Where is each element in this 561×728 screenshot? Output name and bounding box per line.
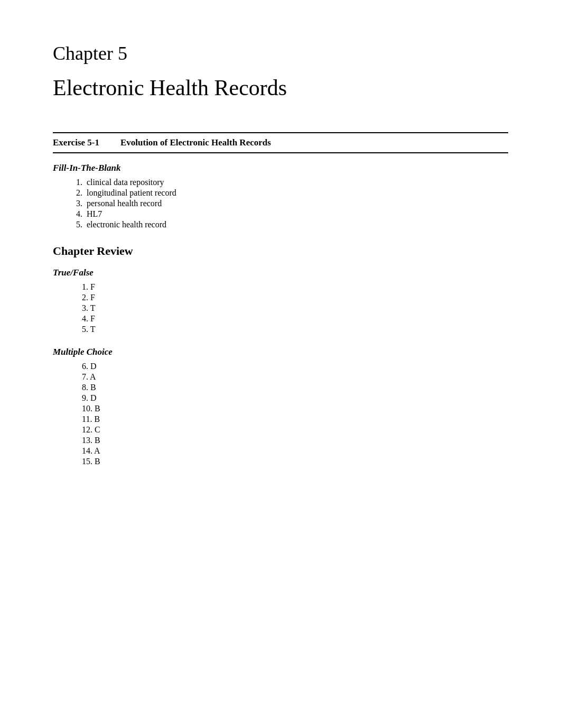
fill-in-item: longitudinal patient record <box>85 188 508 198</box>
multiple-choice-item: 9. D <box>82 393 508 403</box>
multiple-choice-item: 10. B <box>82 404 508 413</box>
true-false-item: 4. F <box>82 314 508 324</box>
multiple-choice-item: 6. D <box>82 362 508 371</box>
multiple-choice-section: Multiple Choice 6. D7. A8. B9. D10. B11.… <box>53 347 508 466</box>
fill-in-list: clinical data repositorylongitudinal pat… <box>53 178 508 229</box>
exercise-header: Exercise 5-1 Evolution of Electronic Hea… <box>53 132 508 153</box>
true-false-heading: True/False <box>53 268 508 278</box>
multiple-choice-list: 6. D7. A8. B9. D10. B11. B12. C13. B14. … <box>53 362 508 466</box>
true-false-item: 2. F <box>82 293 508 302</box>
chapter-review-title: Chapter Review <box>53 244 508 258</box>
multiple-choice-item: 7. A <box>82 372 508 382</box>
fill-in-item: personal health record <box>85 199 508 208</box>
multiple-choice-item: 11. B <box>82 414 508 424</box>
true-false-item: 1. F <box>82 282 508 292</box>
multiple-choice-item: 12. C <box>82 425 508 435</box>
multiple-choice-item: 14. A <box>82 446 508 456</box>
true-false-item: 5. T <box>82 325 508 334</box>
multiple-choice-item: 13. B <box>82 436 508 445</box>
multiple-choice-item: 8. B <box>82 383 508 392</box>
exercise-title: Evolution of Electronic Health Records <box>120 137 271 148</box>
chapter-title: Electronic Health Records <box>53 75 508 100</box>
multiple-choice-item: 15. B <box>82 457 508 466</box>
chapter-review-section: Chapter Review True/False 1. F2. F3. T4.… <box>53 244 508 466</box>
true-false-item: 3. T <box>82 303 508 313</box>
fill-in-item: clinical data repository <box>85 178 508 187</box>
fill-in-item: HL7 <box>85 209 508 219</box>
chapter-label: Chapter 5 <box>53 42 508 64</box>
fill-in-heading: Fill-In-The-Blank <box>53 163 508 173</box>
fill-in-item: electronic health record <box>85 220 508 229</box>
true-false-list: 1. F2. F3. T4. F5. T <box>53 282 508 334</box>
true-false-section: True/False 1. F2. F3. T4. F5. T <box>53 268 508 334</box>
exercise-number: Exercise 5-1 <box>53 137 99 148</box>
multiple-choice-heading: Multiple Choice <box>53 347 508 357</box>
fill-in-section: Fill-In-The-Blank clinical data reposito… <box>53 163 508 229</box>
